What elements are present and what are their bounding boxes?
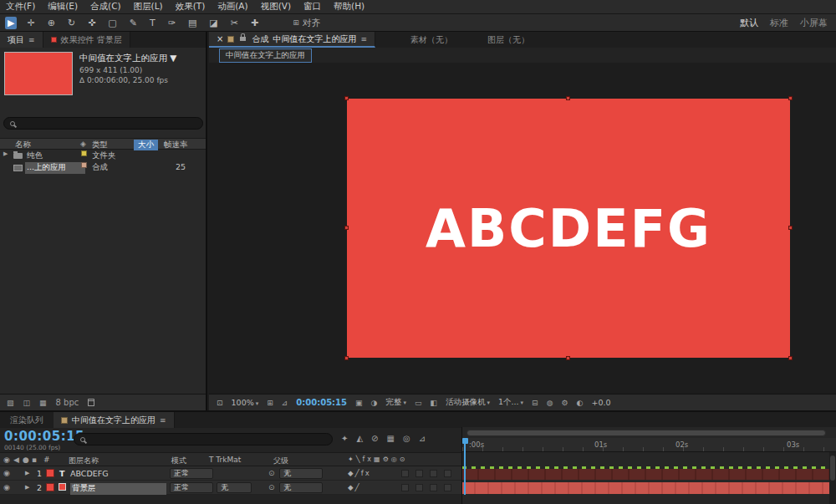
column-layer-name[interactable]: 图层名称 xyxy=(69,456,99,466)
label-color-yellow[interactable] xyxy=(81,150,87,156)
exposure-value[interactable]: +0.0 xyxy=(591,398,610,407)
new-folder-icon[interactable]: ◫ xyxy=(23,399,31,407)
grid-guides-icon[interactable]: ⊞ xyxy=(267,399,273,407)
layer-name[interactable]: 背景层 xyxy=(70,483,166,495)
video-column-icon[interactable]: ◉ xyxy=(3,456,10,464)
preview-timecode[interactable]: 0:00:05:15 xyxy=(296,398,347,407)
zoom-tool-icon[interactable]: ⊕ xyxy=(45,17,58,29)
time-ruler[interactable]: :00s 01s 02s 03s xyxy=(462,438,836,452)
frame-blend-icon[interactable]: ▦ xyxy=(386,434,394,443)
selection-handle[interactable] xyxy=(344,356,349,360)
switch-socket[interactable] xyxy=(430,484,437,491)
menu-item-help[interactable]: 帮助(H) xyxy=(334,1,364,13)
switch-socket[interactable] xyxy=(444,484,451,491)
selection-handle[interactable] xyxy=(344,96,349,100)
region-of-interest-icon[interactable]: ▭ xyxy=(415,399,422,407)
timeline-scrollbar[interactable] xyxy=(829,452,836,504)
selection-handle[interactable] xyxy=(344,226,349,230)
new-composition-icon[interactable]: ▦ xyxy=(39,399,47,407)
menu-item-composition[interactable]: 合成(C) xyxy=(90,1,121,13)
mask-visibility-icon[interactable]: ⊿ xyxy=(282,399,288,407)
layer-name[interactable]: ABCDEFG xyxy=(70,469,109,478)
panel-menu-icon[interactable]: ≡ xyxy=(360,35,367,43)
layer-row-1[interactable]: ◉ ▶ 1 T ABCDEFG 正常▾ ⊙ 无▾ ◆╱fx xyxy=(0,466,461,481)
selection-handle[interactable] xyxy=(566,96,570,100)
draft-3d-icon[interactable]: ◭ xyxy=(356,434,363,443)
column-parent[interactable]: 父级 xyxy=(273,456,288,466)
menu-item-layer[interactable]: 图层(L) xyxy=(134,1,163,13)
workspace-default[interactable]: 默认 xyxy=(740,17,758,29)
layer-switches[interactable]: ◆╱ xyxy=(348,483,361,491)
panel-menu-icon[interactable]: ≡ xyxy=(160,416,166,425)
preview-comp-title[interactable]: 中间值在文字上的应用 ▼ xyxy=(79,53,205,64)
audio-column-icon[interactable]: ◀ xyxy=(13,456,19,464)
project-search-input[interactable] xyxy=(20,119,196,128)
close-icon[interactable]: × xyxy=(217,34,223,43)
switch-socket[interactable] xyxy=(430,470,437,477)
switch-socket[interactable] xyxy=(415,484,423,491)
selection-tool-icon[interactable]: ▶ xyxy=(5,17,17,29)
layer-visibility-toggle[interactable]: ◉ xyxy=(3,469,10,477)
current-timecode[interactable]: 0:00:05:15 xyxy=(4,429,84,444)
menu-item-edit[interactable]: 编辑(E) xyxy=(48,1,78,13)
monitor-icon[interactable]: ⊡ xyxy=(217,399,223,407)
layer-switches[interactable]: ◆╱fx xyxy=(348,469,371,477)
viewer-tab[interactable]: 中间值在文字上的应用 xyxy=(219,48,312,63)
type-tool-icon[interactable]: T xyxy=(147,17,158,29)
parent-select[interactable]: 无▾ xyxy=(279,482,323,493)
layer-twirl-icon[interactable]: ▶ xyxy=(25,470,29,476)
delete-icon[interactable] xyxy=(88,399,94,406)
menu-item-view[interactable]: 视图(V) xyxy=(261,1,291,13)
mode-select[interactable]: 正常▾ xyxy=(170,482,213,493)
composition-canvas[interactable]: ABCDEFG xyxy=(347,99,790,358)
menu-item-effect[interactable]: 效果(T) xyxy=(176,1,206,13)
project-search[interactable] xyxy=(3,117,203,130)
zoom-select[interactable]: 100%▾ xyxy=(232,398,259,407)
clone-stamp-tool-icon[interactable]: ▤ xyxy=(186,17,199,29)
canvas-text-layer[interactable]: ABCDEFG xyxy=(426,198,711,259)
graph-editor-icon[interactable]: ⊿ xyxy=(419,434,426,443)
tab-footage[interactable]: 素材（无） xyxy=(400,32,462,48)
selection-handle[interactable] xyxy=(788,226,793,230)
hand-tool-icon[interactable]: ✛ xyxy=(24,17,37,29)
selection-handle[interactable] xyxy=(566,356,570,360)
panel-menu-icon[interactable]: ≡ xyxy=(28,36,35,44)
twirl-icon[interactable]: ▶ xyxy=(3,150,8,157)
trkmat-select[interactable]: 无▾ xyxy=(217,482,252,493)
shape-tool-icon[interactable]: ▢ xyxy=(105,17,119,29)
pickwhip-icon[interactable]: ⊙ xyxy=(268,469,275,477)
timeline-search-input[interactable] xyxy=(90,435,326,444)
brush-tool-icon[interactable]: ✑ xyxy=(166,17,178,29)
interpret-footage-icon[interactable]: ▧ xyxy=(7,399,14,407)
menu-item-file[interactable]: 文件(F) xyxy=(6,1,35,13)
column-trkmat[interactable]: T TrkMat xyxy=(209,456,241,464)
align-toggle[interactable]: ⊞ 对齐 xyxy=(293,17,321,29)
show-channel-icon[interactable]: ◑ xyxy=(371,399,378,407)
switch-socket[interactable] xyxy=(444,470,451,477)
tab-layer[interactable]: 图层（无） xyxy=(477,32,539,48)
orbit-camera-tool-icon[interactable]: ↻ xyxy=(65,17,78,29)
menu-item-animation[interactable]: 动画(A) xyxy=(217,1,247,13)
layer-row-2[interactable]: ◉ ▶ 2 背景层 正常▾ 无▾ ⊙ 无▾ ◆╱ xyxy=(0,481,461,495)
tab-render-queue[interactable]: 渲染队列 xyxy=(0,412,54,428)
timeline-search[interactable] xyxy=(74,433,333,445)
switch-socket[interactable] xyxy=(415,470,423,477)
current-time-indicator[interactable] xyxy=(464,438,466,495)
composition-mini-flowchart-icon[interactable]: ✦ xyxy=(341,434,348,443)
layer-color-label[interactable] xyxy=(46,483,54,491)
timeline-nav-bar[interactable] xyxy=(466,430,826,436)
item-name[interactable]: ...上的应用 xyxy=(25,162,85,174)
selection-handle[interactable] xyxy=(788,96,793,100)
pan-behind-tool-icon[interactable]: ✜ xyxy=(85,17,98,29)
workspace-standard[interactable]: 标准 xyxy=(770,17,788,29)
tab-timeline-comp[interactable]: 中间值在文字上的应用 ≡ xyxy=(54,412,175,428)
views-select[interactable]: 1个...▾ xyxy=(498,397,523,408)
tab-effect-controls[interactable]: 效果控件 背景层 xyxy=(43,32,130,48)
pen-tool-icon[interactable]: ✎ xyxy=(127,17,140,29)
pixel-aspect-icon[interactable]: ◍ xyxy=(547,399,553,407)
hide-shy-icon[interactable]: ⊘ xyxy=(371,434,378,443)
camera-select[interactable]: 活动摄像机▾ xyxy=(446,397,490,408)
project-row-comp[interactable]: ...上的应用 合成 25 xyxy=(0,161,206,173)
pickwhip-icon[interactable]: ⊙ xyxy=(268,483,275,491)
composition-viewport[interactable]: ABCDEFG xyxy=(209,63,836,394)
